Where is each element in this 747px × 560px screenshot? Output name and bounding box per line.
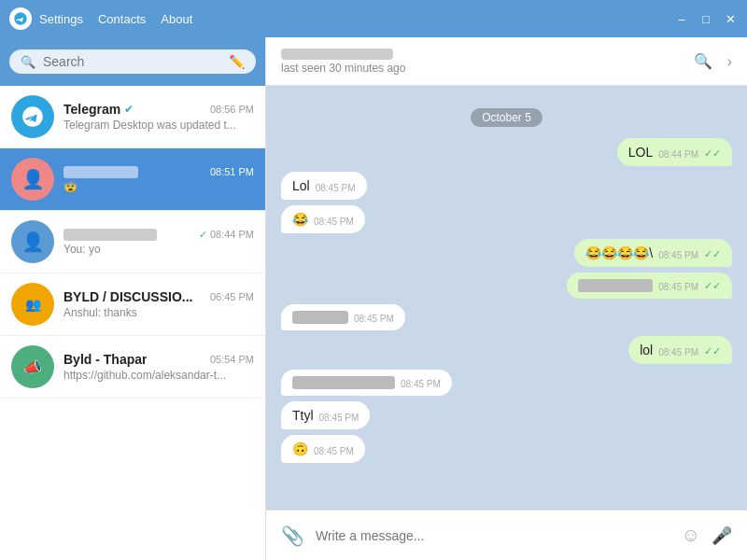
avatar: 👤 <box>11 158 54 201</box>
chat-item-byld-discussion[interactable]: 👥 BYLD / DISCUSSIO... 06:45 PM Anshul: t… <box>0 273 265 336</box>
message-bubble: 🙃 08:45 PM <box>281 435 365 463</box>
chat-info: Telegram ✔ 08:56 PM Telegram Desktop was… <box>63 102 254 132</box>
message-time: 08:45 PM <box>319 413 359 423</box>
chat-item-contact1[interactable]: 👤 08:51 PM 😨 <box>0 148 265 211</box>
message-text: lol <box>640 343 653 357</box>
chat-item-byld-thapar[interactable]: 📣 Byld - Thapar 05:54 PM https://github.… <box>0 336 265 399</box>
message-text: 😂😂😂😂\ <box>585 245 653 260</box>
emoji-icon[interactable]: ☺ <box>682 525 700 546</box>
chat-name: Telegram <box>63 102 120 117</box>
titlebar: Settings Contacts About – □ ✕ <box>0 0 747 37</box>
sidebar: 🔍 ✏️ Telegram ✔ 08:56 PM <box>0 37 266 560</box>
avatar: 👥 <box>11 283 54 326</box>
chat-preview: https://github.com/aleksandar-t... <box>63 369 254 382</box>
message-time: 08:45 PM <box>316 183 356 193</box>
chat-info: Byld - Thapar 05:54 PM https://github.co… <box>63 352 254 382</box>
input-area: 📎 ☺ 🎤 <box>266 510 747 560</box>
read-checks: ✓✓ <box>704 248 721 260</box>
chat-header-info: last seen 30 minutes ago <box>281 49 684 75</box>
chat-name: Byld - Thapar <box>63 352 147 367</box>
message-bubble: lol 08:45 PM ✓✓ <box>628 336 732 364</box>
chat-time: 05:54 PM <box>210 354 254 365</box>
message-text-blurred <box>578 279 653 292</box>
app-logo <box>9 7 32 30</box>
message-input[interactable] <box>316 528 670 543</box>
chat-header: last seen 30 minutes ago 🔍 › <box>266 37 747 86</box>
chat-time: 08:51 PM <box>210 166 254 177</box>
chat-item-contact2[interactable]: 👤 ✓ 08:44 PM You: yo <box>0 211 265 273</box>
message-time: 08:45 PM <box>314 446 354 456</box>
message-time: 08:44 PM <box>658 149 698 160</box>
chat-info: ✓ 08:44 PM You: yo <box>63 229 254 256</box>
message-row: 08:45 PM ✓✓ <box>281 273 732 299</box>
main-layout: 🔍 ✏️ Telegram ✔ 08:56 PM <box>0 37 747 560</box>
message-row: 😂 08:45 PM <box>281 205 732 233</box>
close-button[interactable]: ✕ <box>723 11 738 26</box>
edit-icon[interactable]: ✏️ <box>229 54 245 69</box>
message-row: lol 08:45 PM ✓✓ <box>281 336 732 364</box>
search-input[interactable] <box>43 54 221 69</box>
message-text-blurred <box>292 311 348 324</box>
attach-icon[interactable]: 📎 <box>281 525 304 547</box>
menu-about[interactable]: About <box>161 12 192 26</box>
search-icon: 🔍 <box>21 55 35 69</box>
avatar: 👤 <box>11 220 54 263</box>
window-controls: – □ ✕ <box>674 11 738 26</box>
avatar <box>11 95 54 138</box>
message-time: 08:45 PM <box>354 314 394 324</box>
message-row: Lol 08:45 PM <box>281 172 732 200</box>
read-checks: ✓✓ <box>704 345 721 357</box>
minimize-button[interactable]: – <box>674 11 689 26</box>
chat-header-actions: 🔍 › <box>694 52 732 70</box>
read-checks: ✓✓ <box>704 147 721 160</box>
message-row: 08:45 PM <box>281 370 732 396</box>
menu-contacts[interactable]: Contacts <box>98 12 146 26</box>
message-bubble: 😂😂😂😂\ 08:45 PM ✓✓ <box>574 239 732 267</box>
chat-preview: Anshul: thanks <box>63 306 254 319</box>
message-text-blurred <box>292 376 395 389</box>
chat-time: 08:56 PM <box>210 104 254 115</box>
message-bubble: 08:45 PM <box>281 304 405 330</box>
message-bubble: 08:45 PM ✓✓ <box>567 273 732 299</box>
message-time: 08:45 PM <box>314 217 354 227</box>
chat-name <box>63 166 138 178</box>
message-row: 08:45 PM <box>281 304 732 330</box>
search-input-wrap[interactable]: 🔍 ✏️ <box>9 49 256 74</box>
menu-settings[interactable]: Settings <box>39 12 83 26</box>
message-text: LOL <box>628 145 653 160</box>
date-divider: October 5 <box>281 108 732 125</box>
maximize-button[interactable]: □ <box>698 11 713 26</box>
message-row: LOL 08:44 PM ✓✓ <box>281 138 732 166</box>
message-text: 🙃 <box>292 441 308 456</box>
search-chat-icon[interactable]: 🔍 <box>694 52 712 70</box>
message-time: 08:45 PM <box>658 347 698 357</box>
message-text: Lol <box>292 178 310 193</box>
chat-area: last seen 30 minutes ago 🔍 › October 5 L… <box>266 37 747 560</box>
chat-item-telegram[interactable]: Telegram ✔ 08:56 PM Telegram Desktop was… <box>0 86 265 148</box>
chat-list: Telegram ✔ 08:56 PM Telegram Desktop was… <box>0 86 265 560</box>
message-text: 😂 <box>292 212 308 227</box>
avatar: 📣 <box>11 345 54 388</box>
message-row: Ttyl 08:45 PM <box>281 401 732 429</box>
message-bubble: 😂 08:45 PM <box>281 205 365 233</box>
chat-header-name <box>281 49 393 60</box>
messages-area: October 5 LOL 08:44 PM ✓✓ Lol 08:45 PM <box>266 86 747 510</box>
chat-info: 08:51 PM 😨 <box>63 166 254 193</box>
message-time: 08:45 PM <box>401 379 441 389</box>
read-checks: ✓✓ <box>704 280 721 292</box>
message-time: 08:45 PM <box>658 282 698 292</box>
message-bubble: 08:45 PM <box>281 370 452 396</box>
mic-icon[interactable]: 🎤 <box>712 525 732 546</box>
message-bubble: LOL 08:44 PM ✓✓ <box>617 138 732 166</box>
message-time: 08:45 PM <box>658 250 698 260</box>
chat-info: BYLD / DISCUSSIO... 06:45 PM Anshul: tha… <box>63 289 254 319</box>
chat-time: 06:45 PM <box>210 291 254 302</box>
more-options-icon[interactable]: › <box>727 53 732 70</box>
chat-name: BYLD / DISCUSSIO... <box>63 289 192 304</box>
chat-preview: 😨 <box>63 180 254 193</box>
message-bubble: Lol 08:45 PM <box>281 172 367 200</box>
message-text: Ttyl <box>292 408 314 423</box>
chat-preview: Telegram Desktop was updated t... <box>63 119 254 132</box>
message-bubble: Ttyl 08:45 PM <box>281 401 370 429</box>
verified-badge: ✔ <box>124 103 134 116</box>
